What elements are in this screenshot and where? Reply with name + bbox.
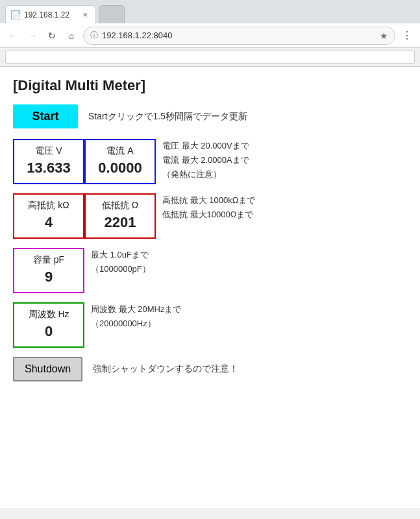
start-description: Startクリックで1.5秒間隔でデータ更新 <box>88 111 247 123</box>
voltage-note-line2: 電流 最大 2.0000Aまで <box>162 153 249 167</box>
low-resistance-label: 低抵抗 Ω <box>95 200 145 211</box>
frequency-note-line2: （20000000Hz） <box>91 317 181 331</box>
capacitance-value: 9 <box>23 269 74 285</box>
search-input[interactable] <box>5 51 415 64</box>
frequency-notes: 周波数 最大 20MHzまで （20000000Hz） <box>91 302 181 331</box>
voltage-current-section: 電圧 V 13.633 電流 A 0.0000 電圧 最大 20.000Vまで … <box>13 139 407 184</box>
tab-favicon: 📄 <box>11 10 20 19</box>
tab-bar: 📄 192.168.1.22 × <box>0 0 420 23</box>
search-bar-area <box>0 48 420 66</box>
low-resistance-panel: 低抵抗 Ω 2201 <box>84 193 156 239</box>
voltage-label: 電圧 V <box>23 145 74 157</box>
voltage-current-panels: 電圧 V 13.633 電流 A 0.0000 <box>13 139 156 184</box>
high-resistance-label: 高抵抗 kΩ <box>23 200 74 211</box>
browser-chrome: 📄 192.168.1.22 × ← → ↻ ⌂ ⓘ 192.168.1.22:… <box>0 0 420 67</box>
address-text: 192.168.1.22:8040 <box>102 30 376 40</box>
shutdown-row: Shutdown 強制シャットダウンするので注意！ <box>13 357 407 381</box>
back-button[interactable]: ← <box>5 28 21 43</box>
tab-close-button[interactable]: × <box>81 10 89 19</box>
voltage-notes: 電圧 最大 20.000Vまで 電流 最大 2.0000Aまで （発熱に注意） <box>162 139 249 182</box>
start-button[interactable]: Start <box>13 104 78 128</box>
resistance-notes: 高抵抗 最大 1000kΩまで 低抵抗 最大10000Ωまで <box>162 193 255 222</box>
resistance-note-line1: 高抵抗 最大 1000kΩまで <box>162 193 255 208</box>
resistance-panels: 高抵抗 kΩ 4 低抵抗 Ω 2201 <box>13 193 156 239</box>
voltage-note-line3: （発熱に注意） <box>162 167 249 182</box>
menu-button[interactable]: ⋮ <box>399 27 415 44</box>
forward-button[interactable]: → <box>25 28 40 43</box>
capacitance-note-line1: 最大 1.0uFまで <box>91 248 151 262</box>
capacitance-label: 容量 pF <box>23 254 74 266</box>
frequency-note-line1: 周波数 最大 20MHzまで <box>91 302 181 317</box>
frequency-label: 周波数 Hz <box>23 309 74 320</box>
bookmark-icon[interactable]: ★ <box>380 30 388 41</box>
extra-tab <box>99 5 125 23</box>
capacitance-section: 容量 pF 9 最大 1.0uFまで （1000000pF） <box>13 248 407 293</box>
capacitance-notes: 最大 1.0uFまで （1000000pF） <box>91 248 151 276</box>
start-row: Start Startクリックで1.5秒間隔でデータ更新 <box>13 104 407 128</box>
page-content: [Digital Multi Meter] Start Startクリックで1.… <box>0 67 420 508</box>
voltage-note-line1: 電圧 最大 20.000Vまで <box>162 139 249 153</box>
current-label: 電流 A <box>95 145 145 157</box>
current-panel: 電流 A 0.0000 <box>84 139 156 184</box>
low-resistance-value: 2201 <box>95 214 145 231</box>
address-bar[interactable]: ⓘ 192.168.1.22:8040 ★ <box>83 27 395 45</box>
high-resistance-panel: 高抵抗 kΩ 4 <box>13 193 84 239</box>
tab-title: 192.168.1.22 <box>24 10 77 19</box>
frequency-section: 周波数 Hz 0 周波数 最大 20MHzまで （20000000Hz） <box>13 302 407 348</box>
reload-button[interactable]: ↻ <box>44 28 60 43</box>
capacitance-note-line2: （1000000pF） <box>91 262 151 276</box>
shutdown-description: 強制シャットダウンするので注意！ <box>93 363 238 375</box>
frequency-value: 0 <box>23 323 74 340</box>
info-icon: ⓘ <box>90 30 98 41</box>
frequency-panel: 周波数 Hz 0 <box>13 302 84 348</box>
voltage-value: 13.633 <box>23 160 74 176</box>
page-title: [Digital Multi Meter] <box>13 77 407 94</box>
home-button[interactable]: ⌂ <box>64 28 79 43</box>
nav-bar: ← → ↻ ⌂ ⓘ 192.168.1.22:8040 ★ ⋮ <box>0 23 420 48</box>
active-tab[interactable]: 📄 192.168.1.22 × <box>5 5 96 23</box>
capacitance-panel: 容量 pF 9 <box>13 248 84 293</box>
shutdown-button[interactable]: Shutdown <box>13 357 82 381</box>
high-resistance-value: 4 <box>23 214 74 231</box>
voltage-panel: 電圧 V 13.633 <box>13 139 84 184</box>
resistance-section: 高抵抗 kΩ 4 低抵抗 Ω 2201 高抵抗 最大 1000kΩまで 低抵抗 … <box>13 193 407 239</box>
current-value: 0.0000 <box>95 160 145 176</box>
resistance-note-line2: 低抵抗 最大10000Ωまで <box>162 208 255 222</box>
